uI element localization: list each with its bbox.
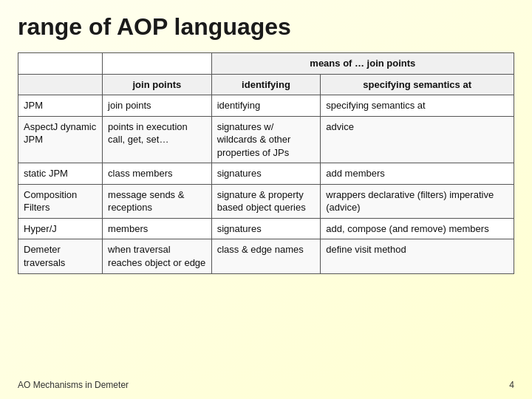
header-col1	[18, 74, 103, 95]
slide: range of AOP languages means of … join p…	[0, 0, 532, 399]
cell-id: signatures	[211, 218, 321, 239]
table-row: Hyper/J members signatures add, compose …	[18, 218, 514, 239]
cell-spec: advice	[321, 116, 514, 163]
header-col4: specifying semantics at	[321, 74, 514, 95]
cell-spec: add, compose (and remove) members	[321, 218, 514, 239]
footer: AO Mechanisms in Demeter 4	[18, 380, 514, 390]
table-wrapper: means of … join points join points ident…	[18, 52, 514, 374]
cell-lang: Composition Filters	[18, 184, 103, 218]
cell-id: signatures	[211, 163, 321, 185]
cell-lang: static JPM	[18, 163, 103, 185]
header-col2: join points	[103, 74, 212, 95]
header-empty-1	[18, 53, 103, 75]
cell-jp: points in execution call, get, set…	[103, 116, 212, 163]
cell-spec: define visit method	[321, 239, 514, 273]
cell-lang: Hyper/J	[18, 218, 103, 239]
cell-id: signature & property based object querie…	[211, 184, 321, 218]
footer-left: AO Mechanisms in Demeter	[18, 380, 129, 390]
cell-jp: when traversal reaches object or edge	[103, 239, 212, 273]
cell-id: class & edge names	[211, 239, 321, 273]
cell-lang: JPM	[18, 95, 103, 117]
table-row: Composition Filters message sends & rece…	[18, 184, 514, 218]
cell-jp: class members	[103, 163, 212, 185]
cell-spec: wrappers declarative (filters) imperativ…	[321, 184, 514, 218]
footer-page: 4	[509, 380, 514, 390]
table-row: AspectJ dynamic JPM points in execution …	[18, 116, 514, 163]
table-row: Demeter traversals when traversal reache…	[18, 239, 514, 273]
cell-spec: add members	[321, 163, 514, 185]
table-row: static JPM class members signatures add …	[18, 163, 514, 185]
header-empty-2	[103, 53, 212, 75]
cell-jp: join points	[103, 95, 212, 117]
cell-jp: members	[103, 218, 212, 239]
cell-id: signatures w/ wildcards & other properti…	[211, 116, 321, 163]
cell-jp: message sends & receptions	[103, 184, 212, 218]
slide-title: range of AOP languages	[18, 13, 514, 41]
main-table: means of … join points join points ident…	[18, 52, 514, 274]
header-means-of: means of … join points	[211, 53, 514, 75]
cell-spec: specifying semantics at	[321, 95, 514, 117]
cell-id: identifying	[211, 95, 321, 117]
table-body: JPM join points identifying specifying s…	[18, 95, 514, 273]
cell-lang: Demeter traversals	[18, 239, 103, 273]
cell-lang: AspectJ dynamic JPM	[18, 116, 103, 163]
header-col3: identifying	[211, 74, 321, 95]
table-row: JPM join points identifying specifying s…	[18, 95, 514, 117]
